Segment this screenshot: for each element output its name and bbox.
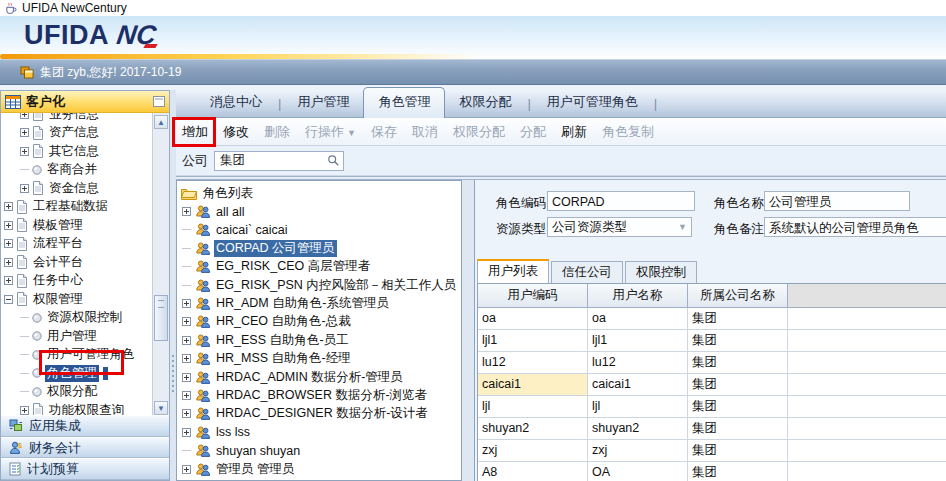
table-row[interactable]: ljlljl集团 xyxy=(478,396,946,418)
role-note-field[interactable]: 系统默认的公司管理员角色 xyxy=(764,217,946,237)
table-row[interactable]: lu12lu12集团 xyxy=(478,352,946,374)
table-cell[interactable]: 集团 xyxy=(688,308,788,329)
tab-item[interactable]: 用户可管理角色 xyxy=(533,88,652,117)
table-column-header[interactable]: 所属公司名称 xyxy=(688,284,788,307)
table-cell[interactable]: caicai1 xyxy=(588,374,688,395)
table-row[interactable]: ljl1ljl1集团 xyxy=(478,330,946,352)
role-tree-item[interactable]: HR_MSS 自助角色-经理 xyxy=(177,350,461,368)
detail-tab-active[interactable]: 用户列表 xyxy=(477,259,549,283)
sidebar-tree-item[interactable]: 资产信息 xyxy=(1,124,169,143)
role-tree-item[interactable]: HR_CEO 自助角色-总裁 xyxy=(177,313,461,331)
role-code-field[interactable]: CORPAD xyxy=(547,191,695,211)
table-row[interactable]: caicai1caicai1集团 xyxy=(478,374,946,396)
table-cell[interactable]: oa xyxy=(588,308,688,329)
role-tree-item[interactable]: 管理员 管理员 xyxy=(177,460,461,478)
role-tree-item[interactable]: CORPAD 公司管理员 xyxy=(177,239,461,257)
sidebar-tree-item[interactable]: 角色管理 xyxy=(1,364,169,383)
toolbar-button[interactable]: 刷新 xyxy=(561,123,587,141)
table-cell[interactable]: zxj xyxy=(588,440,688,461)
sidebar-tree-item[interactable]: 工程基础数据 xyxy=(1,198,169,217)
sidebar-tree-item[interactable]: 客商合并 xyxy=(1,161,169,180)
table-cell[interactable]: 集团 xyxy=(688,396,788,417)
sidebar-tree-item[interactable]: 用户可管理角色 xyxy=(1,346,169,365)
collapse-panel-icon[interactable] xyxy=(153,96,165,107)
role-tree-item[interactable]: HRDAC_BROWSER 数据分析-浏览者 xyxy=(177,386,461,404)
sidebar-tree-item[interactable]: 业务信息 xyxy=(1,113,169,124)
role-name-field[interactable]: 公司管理员 xyxy=(764,191,910,211)
toolbar-button[interactable]: 行操作▼ xyxy=(305,123,356,141)
table-cell[interactable]: 集团 xyxy=(688,374,788,395)
role-tree-item[interactable]: HRDAC_ADMIN 数据分析-管理员 xyxy=(177,368,461,386)
table-cell[interactable]: zxj xyxy=(478,440,588,461)
table-cell[interactable]: 集团 xyxy=(688,462,788,481)
table-cell[interactable]: shuyan2 xyxy=(588,418,688,439)
tab-active[interactable]: 角色管理 xyxy=(363,87,445,118)
table-cell[interactable]: OA xyxy=(588,462,688,481)
table-row[interactable]: oaoa集团 xyxy=(478,308,946,330)
table-row[interactable]: A8OA集团 xyxy=(478,462,946,481)
sidebar-tree-item[interactable]: 流程平台 xyxy=(1,235,169,254)
role-tree-item[interactable]: HRDAC_DESIGNER 数据分析-设计者 xyxy=(177,405,461,423)
tab-item[interactable]: 用户管理 xyxy=(283,88,363,117)
role-tree-item[interactable]: HR_ESS 自助角色-员工 xyxy=(177,331,461,349)
detail-tab-item[interactable]: 权限控制 xyxy=(625,261,697,283)
table-cell[interactable]: lu12 xyxy=(588,352,688,373)
sidebar-tree-item[interactable]: 资金信息 xyxy=(1,179,169,198)
sidebar-tree-item[interactable]: 会计平台 xyxy=(1,253,169,272)
toolbar-button[interactable]: 删除 xyxy=(264,123,290,141)
toolbar-button[interactable]: 增加 xyxy=(182,123,208,141)
role-tree-item[interactable]: shuyan shuyan xyxy=(177,441,461,459)
table-cell[interactable]: ljl1 xyxy=(478,330,588,351)
tab-item[interactable]: 消息中心 xyxy=(196,88,276,117)
table-row[interactable]: zxjzxj集团 xyxy=(478,440,946,462)
sidebar-accordion-finance[interactable]: $财务会计 xyxy=(1,437,169,459)
toolbar-button[interactable]: 角色复制 xyxy=(602,123,654,141)
role-tree-item[interactable]: EG_RISK_CEO 高层管理者 xyxy=(177,258,461,276)
table-cell[interactable]: oa xyxy=(478,308,588,329)
tab-item[interactable]: 权限分配 xyxy=(445,88,525,117)
role-tree-item[interactable]: EG_RISK_PSN 内控风险部－相关工作人员 xyxy=(177,276,461,294)
role-tree-item[interactable]: all all xyxy=(177,202,461,220)
table-row[interactable]: shuyan2shuyan2集团 xyxy=(478,418,946,440)
role-tree-item[interactable]: HR_ADM 自助角色-系统管理员 xyxy=(177,294,461,312)
scroll-up-icon[interactable]: ▲ xyxy=(154,115,168,129)
sidebar-accordion-budget[interactable]: 计划预算 xyxy=(1,458,169,480)
table-cell[interactable]: 集团 xyxy=(688,440,788,461)
detail-tab-item[interactable]: 信任公司 xyxy=(551,261,623,283)
scroll-down-icon[interactable]: ▼ xyxy=(154,401,168,415)
sidebar-tree-item[interactable]: 资源权限控制 xyxy=(1,309,169,328)
role-tree-item[interactable]: caicai` caicai xyxy=(177,221,461,239)
role-tree-item[interactable]: lss lss xyxy=(177,423,461,441)
sidebar-tree-item[interactable]: 权限分配 xyxy=(1,383,169,402)
toolbar-button[interactable]: 修改 xyxy=(223,123,249,141)
resource-type-dropdown[interactable]: 公司资源类型 ▼ xyxy=(547,217,692,237)
role-tree-root[interactable]: 角色列表 xyxy=(177,184,461,202)
table-column-header[interactable]: 用户名称 xyxy=(588,284,688,307)
toolbar-button[interactable]: 分配 xyxy=(520,123,546,141)
search-icon[interactable] xyxy=(327,154,340,167)
sidebar-tree-item[interactable]: 模板管理 xyxy=(1,216,169,235)
table-cell[interactable]: ljl1 xyxy=(588,330,688,351)
table-cell[interactable]: caicai1 xyxy=(478,374,588,395)
sidebar-accordion-app-integration[interactable]: 应用集成 xyxy=(1,415,169,437)
table-column-header[interactable]: 用户编码 xyxy=(478,284,588,307)
company-filter-input[interactable]: 集团 xyxy=(214,151,344,171)
sidebar-tree-item[interactable]: 用户管理 xyxy=(1,327,169,346)
toolbar-button[interactable]: 权限分配 xyxy=(453,123,505,141)
table-cell[interactable]: 集团 xyxy=(688,352,788,373)
toolbar-button[interactable]: 取消 xyxy=(412,123,438,141)
table-cell[interactable]: ljl xyxy=(478,396,588,417)
table-cell[interactable]: 集团 xyxy=(688,330,788,351)
toolbar-button[interactable]: 保存 xyxy=(371,123,397,141)
scrollbar-thumb[interactable] xyxy=(154,295,168,341)
table-cell[interactable]: shuyan2 xyxy=(478,418,588,439)
table-cell[interactable]: A8 xyxy=(478,462,588,481)
table-cell[interactable]: lu12 xyxy=(478,352,588,373)
table-cell[interactable]: ljl xyxy=(588,396,688,417)
sidebar-tree-item[interactable]: 任务中心 xyxy=(1,272,169,291)
sidebar-scrollbar[interactable]: ▲ ▼ xyxy=(152,113,169,417)
sidebar-tree-item[interactable]: 其它信息 xyxy=(1,142,169,161)
table-cell[interactable]: 集团 xyxy=(688,418,788,439)
sidebar-tree-item[interactable]: 权限管理 xyxy=(1,290,169,309)
role-icon xyxy=(196,371,210,384)
